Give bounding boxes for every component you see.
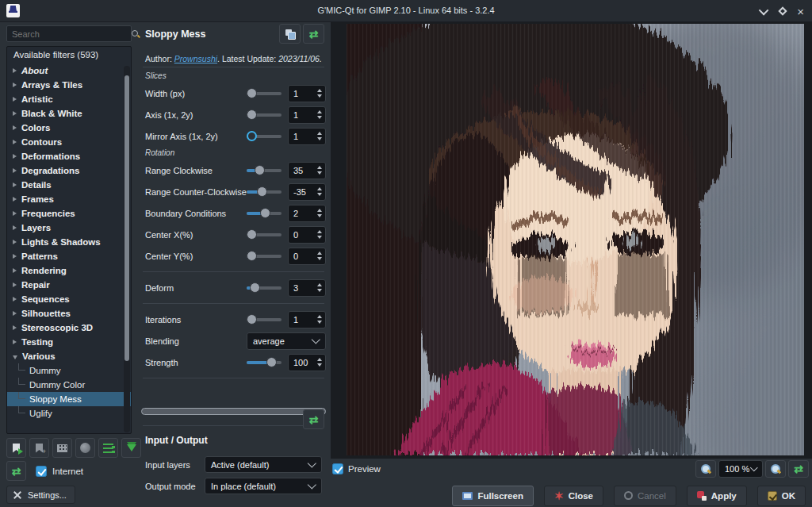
zoom-in-button[interactable] <box>765 460 786 478</box>
apply-button[interactable]: Apply <box>687 486 747 506</box>
param-spinbox[interactable]: 0 <box>288 248 326 265</box>
filter-category[interactable]: Black & White <box>7 106 131 121</box>
spin-up-icon[interactable] <box>317 252 322 255</box>
params-horizontal-scrollbar[interactable] <box>141 408 326 415</box>
slider-handle[interactable] <box>247 251 257 261</box>
filter-category[interactable]: Sequences <box>7 292 131 306</box>
slider-handle[interactable] <box>247 131 257 141</box>
add-fave-button[interactable] <box>6 438 26 458</box>
zoom-level-select[interactable]: 100 % <box>718 460 763 478</box>
slider-handle[interactable] <box>250 282 260 293</box>
close-button[interactable]: ✶Close <box>544 486 603 506</box>
filter-category[interactable]: Degradations <box>7 163 131 178</box>
param-spinbox[interactable]: 1 <box>288 311 326 328</box>
spin-down-icon[interactable] <box>317 236 322 239</box>
spin-up-icon[interactable] <box>317 209 322 212</box>
filter-list-scrollbar[interactable] <box>124 66 130 432</box>
filter-category[interactable]: Artistic <box>7 92 131 106</box>
spin-up-icon[interactable] <box>317 230 322 233</box>
param-spinbox[interactable]: 100 <box>288 354 326 371</box>
ok-button[interactable]: OK <box>757 486 806 506</box>
filter-category[interactable]: Colors <box>7 121 131 135</box>
filter-item[interactable]: Dummy <box>7 363 131 378</box>
param-slider[interactable] <box>247 131 282 142</box>
filter-category[interactable]: Layers <box>7 221 131 235</box>
search-input[interactable] <box>7 29 129 39</box>
spin-down-icon[interactable] <box>317 363 322 367</box>
param-spinbox[interactable]: -35 <box>288 183 326 201</box>
refresh-filters-button[interactable]: ⇄ <box>6 461 26 481</box>
filter-item[interactable]: Dummy Color <box>7 378 131 392</box>
filter-category[interactable]: Contours <box>7 135 131 149</box>
filter-category[interactable]: Stereoscopic 3D <box>7 321 131 335</box>
slider-handle[interactable] <box>255 165 265 175</box>
param-slider[interactable] <box>247 357 282 368</box>
param-slider[interactable] <box>247 186 282 198</box>
param-slider[interactable] <box>247 165 282 176</box>
param-spinbox[interactable]: 0 <box>288 226 326 244</box>
slider-handle[interactable] <box>247 314 257 325</box>
param-slider[interactable] <box>247 282 282 294</box>
filter-category[interactable]: Silhouettes <box>7 306 131 321</box>
filter-category[interactable]: Arrays & Tiles <box>7 78 131 92</box>
spin-down-icon[interactable] <box>317 171 322 175</box>
spin-down-icon[interactable] <box>317 214 322 217</box>
remove-fave-button[interactable]: + <box>29 438 49 458</box>
spin-down-icon[interactable] <box>317 193 322 196</box>
filter-category[interactable]: Frequencies <box>7 206 131 221</box>
reset-filter-button[interactable]: ⇄ <box>303 24 324 44</box>
close-window-icon[interactable]: × <box>797 6 804 17</box>
spin-up-icon[interactable] <box>317 358 322 361</box>
input-layers-select[interactable]: Active (default) <box>205 456 322 473</box>
spin-up-icon[interactable] <box>317 89 322 92</box>
spin-up-icon[interactable] <box>317 187 322 190</box>
param-slider[interactable] <box>247 208 282 219</box>
preview-checkbox[interactable] <box>332 463 343 474</box>
spin-down-icon[interactable] <box>317 289 322 292</box>
filter-category[interactable]: Rendering <box>7 263 131 278</box>
spin-up-icon[interactable] <box>317 110 322 113</box>
filter-category[interactable]: Testing <box>7 335 131 349</box>
param-spinbox[interactable]: 1 <box>288 85 326 102</box>
web-filters-button[interactable] <box>75 438 95 458</box>
fullscreen-button[interactable]: Fullscreen <box>452 486 534 506</box>
spin-up-icon[interactable] <box>317 166 322 169</box>
author-link[interactable]: Prownsushi <box>174 54 217 63</box>
param-spinbox[interactable]: 1 <box>288 128 326 145</box>
slider-handle[interactable] <box>260 208 270 218</box>
param-slider[interactable] <box>247 251 282 262</box>
spin-up-icon[interactable] <box>317 132 322 135</box>
reset-zoom-button[interactable]: ⇄ <box>788 460 809 478</box>
cancel-button[interactable]: Cancel <box>614 486 676 506</box>
internet-checkbox[interactable] <box>36 466 47 477</box>
slider-handle[interactable] <box>247 229 257 240</box>
param-spinbox[interactable]: 3 <box>288 279 326 297</box>
copy-command-button[interactable] <box>279 24 301 44</box>
filter-category[interactable]: Patterns <box>7 249 131 263</box>
param-slider[interactable] <box>247 88 282 99</box>
filter-category[interactable]: Lights & Shadows <box>7 235 131 249</box>
spin-down-icon[interactable] <box>317 321 322 324</box>
io-reset-button[interactable]: ⇄ <box>303 409 324 429</box>
preview-pane[interactable] <box>331 22 812 459</box>
spin-down-icon[interactable] <box>317 137 322 140</box>
internet-checkbox-group[interactable]: Internet <box>36 466 83 477</box>
filter-category[interactable]: Various <box>7 349 131 363</box>
filter-category[interactable]: About <box>7 63 131 78</box>
spin-down-icon[interactable] <box>317 116 322 119</box>
slider-handle[interactable] <box>257 186 267 197</box>
param-slider[interactable] <box>247 229 282 240</box>
filter-visibility-button[interactable] <box>98 438 118 458</box>
rename-fave-button[interactable] <box>52 438 72 458</box>
filter-item[interactable]: Uglify <box>7 406 131 421</box>
filter-category[interactable]: Repair <box>7 278 131 292</box>
filter-item[interactable]: Sloppy Mess <box>7 392 131 406</box>
param-slider[interactable] <box>247 109 282 121</box>
spin-down-icon[interactable] <box>317 257 322 260</box>
param-select[interactable]: average <box>247 332 326 350</box>
spin-up-icon[interactable] <box>317 283 322 286</box>
param-spinbox[interactable]: 35 <box>288 162 326 179</box>
param-slider[interactable] <box>247 314 282 325</box>
param-spinbox[interactable]: 1 <box>288 106 326 124</box>
filter-category[interactable]: Deformations <box>7 149 131 163</box>
